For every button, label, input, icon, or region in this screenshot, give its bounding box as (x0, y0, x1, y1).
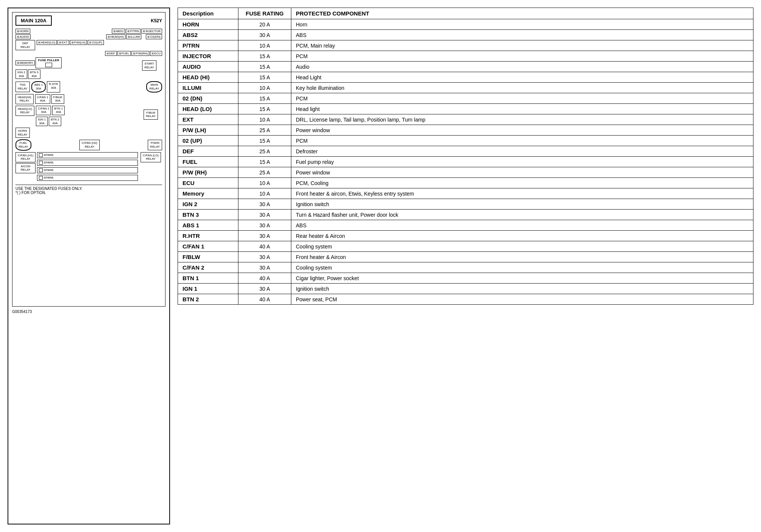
component-cell: DRL, License lamp, Tail lamp, Position l… (291, 114, 753, 125)
table-row: Memory10 AFront heater & aircon, Etwis, … (178, 188, 753, 199)
component-cell: Rear heater & Aircon (291, 231, 753, 241)
start-relay: STARTRELAY (142, 60, 156, 71)
fuse-diagram-inner: MAIN 120A K52Y HORN ABS2 P/TRN INJECTOR … (12, 12, 166, 307)
btn1-box: BTN 140A (52, 106, 65, 115)
rating-cell: 15 A (238, 51, 291, 62)
fuse-row-2: AUDIO HEAD(HI) ILLUMI O2(DN) (15, 34, 162, 39)
cfan-h2-relay: C/FAN (H2)RELAY (79, 140, 99, 150)
rating-cell: 10 A (238, 83, 291, 93)
ign1-box: IGN 130A (36, 117, 48, 126)
main-relay: MAINRELAY (146, 81, 162, 92)
tns-relay-label: TNSRELAY (15, 82, 30, 92)
component-cell: Ignition switch (291, 199, 753, 210)
table-row: HEAD (LO)15 AHead light (178, 104, 753, 114)
desc-cell: EXT (178, 114, 238, 125)
component-cell: Horn (291, 19, 753, 30)
cfan-h1-relay: C/FAN (H1)RELAY (15, 152, 36, 162)
desc-cell: 02 (UP) (178, 136, 238, 146)
cfan2-box: C/FAN 230A (36, 106, 51, 115)
component-cell: Power window (291, 125, 753, 136)
ign2-box: IGN 230A (15, 69, 27, 79)
pwrh-fuse: P/W(RH) (131, 51, 149, 56)
rating-cell: 10 A (238, 178, 291, 188)
rating-cell: 30 A (238, 210, 291, 220)
illumi-fuse: ILLUMI (126, 34, 142, 39)
component-cell: Fuel pump relay (291, 157, 753, 167)
fuse-table: Description FUSE RATING PROTECTED COMPON… (178, 8, 753, 305)
rating-cell: 30 A (238, 252, 291, 262)
table-row: 02 (UP)15 APCM (178, 136, 753, 146)
component-cell: Head Light (291, 72, 753, 83)
injector-fuse: INJECTOR (141, 29, 162, 34)
table-row: HORN20 AHorn (178, 19, 753, 30)
table-row: INJECTOR15 APCM (178, 51, 753, 62)
fuel-relay-row: FUELRELAY C/FAN (H2)RELAY P/WINRELAY (15, 139, 162, 150)
desc-cell: C/FAN 1 (178, 241, 238, 252)
desc-cell: HEAD (HI) (178, 72, 238, 83)
spare-3: SPARE (37, 167, 138, 173)
rating-cell: 10 A (238, 114, 291, 125)
table-row: BTN 240 APower seat, PCM (178, 294, 753, 305)
rating-cell: 30 A (238, 284, 291, 294)
horn-relay-row: HORNRELAY (15, 128, 162, 138)
desc-cell: P/W (RH) (178, 167, 238, 178)
fuse-row-3: DEFRELAY HEAD(LO) EXT P/W(LH) O2(UP) (15, 40, 162, 50)
rating-cell: 25 A (238, 167, 291, 178)
headhi-relay-label: HEAD(HI)RELAY (15, 94, 34, 104)
spare-1: SPARE (37, 152, 138, 158)
header-description: Description (178, 8, 238, 19)
fuse-note-2: *( ) FOR OPTION. (15, 191, 162, 195)
fuse-row-1: HORN ABS2 P/TRN INJECTOR (15, 29, 162, 34)
header-protected-component: PROTECTED COMPONENT (291, 8, 753, 19)
headlo-fuse: HEAD(LO) (37, 40, 57, 45)
rating-cell: 40 A (238, 273, 291, 284)
desc-cell: BTN 2 (178, 294, 238, 305)
component-cell: Audio (291, 62, 753, 72)
abs1-box: ABS 130A (31, 81, 46, 92)
rating-cell: 25 A (238, 146, 291, 157)
ptrn-fuse: P/TRN (126, 29, 141, 34)
desc-cell: ABS2 (178, 30, 238, 40)
desc-cell: HORN (178, 19, 238, 30)
fuse-note-1: USE THE DESIGNATED FUSES ONLY. (15, 187, 162, 191)
pwin-relay: P/WINRELAY (148, 140, 162, 150)
component-cell: Power window (291, 167, 753, 178)
headlo-relay-row: HEAD(LO)RELAY C/FAN 230A BTN 140A IGN 13… (15, 106, 162, 126)
desc-cell: R.HTR (178, 231, 238, 241)
main-label: MAIN 120A (15, 15, 52, 26)
table-row: DEF25 ADefroster (178, 146, 753, 157)
table-row: ILLUMI10 AKey hole illumination (178, 83, 753, 93)
rating-cell: 15 A (238, 136, 291, 146)
table-row: ABS230 AABS (178, 30, 753, 40)
table-row: C/FAN 230 ACooling system (178, 262, 753, 273)
fblw-box: F/BLW30A (51, 94, 64, 104)
diagram-id: G00354173 (12, 310, 166, 314)
btn3-box: BTN 340A (28, 69, 40, 79)
memory-fuse: MEMORY (15, 60, 35, 65)
component-cell: ABS (291, 30, 753, 40)
headhi-relay-row: HEAD(HI)RELAY C/FAN 140A F/BLW30A (15, 94, 162, 104)
desc-cell: BTN 3 (178, 210, 238, 220)
ext-fuse: EXT (57, 40, 69, 45)
acon-relay: A/CONRELAY (15, 163, 36, 173)
fuse-puller-label: FUSE PULLER (38, 59, 59, 62)
desc-cell: HEAD (LO) (178, 104, 238, 114)
rating-cell: 30 A (238, 262, 291, 273)
table-row: R.HTR30 ARear heater & Aircon (178, 231, 753, 241)
rating-cell: 30 A (238, 199, 291, 210)
table-header-row: Description FUSE RATING PROTECTED COMPON… (178, 8, 753, 19)
cfan1-box: C/FAN 140A (35, 94, 50, 104)
component-cell: Cooling system (291, 262, 753, 273)
table-row: C/FAN 140 ACooling system (178, 241, 753, 252)
desc-cell: FUEL (178, 157, 238, 167)
desc-cell: C/FAN 2 (178, 262, 238, 273)
rating-cell: 15 A (238, 157, 291, 167)
desc-cell: Memory (178, 188, 238, 199)
def-fuse: DEF (105, 51, 117, 56)
headhi-fuse: HEAD(HI) (106, 34, 125, 39)
component-cell: PCM (291, 136, 753, 146)
desc-cell: F/BLW (178, 252, 238, 262)
desc-cell: DEF (178, 146, 238, 157)
component-cell: Front heater & Aircon (291, 252, 753, 262)
rating-cell: 10 A (238, 188, 291, 199)
